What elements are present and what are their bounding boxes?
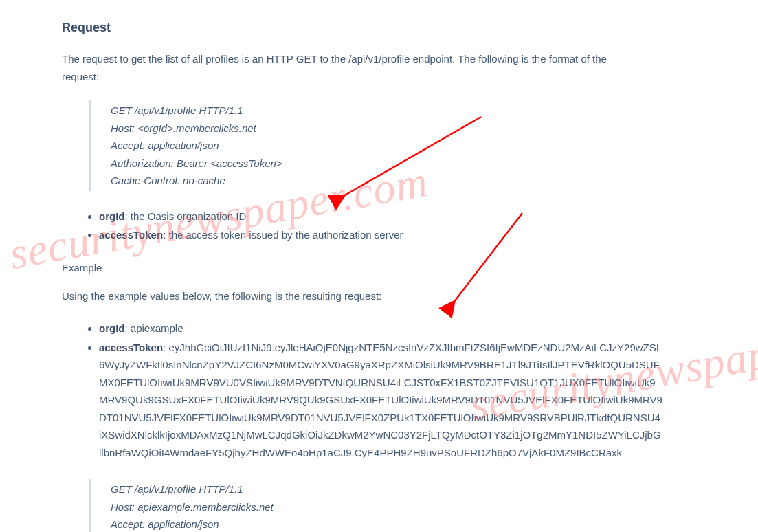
param-value: : apiexample: [125, 322, 183, 334]
list-item: orgId: the Oasis organization ID: [99, 208, 662, 225]
intro-paragraph: The request to get the list of all profi…: [62, 50, 639, 85]
list-item: accessToken: the access token issued by …: [99, 226, 662, 244]
parameter-list: orgId: the Oasis organization ID accessT…: [99, 208, 662, 244]
code-line: Cache-Control: no-cache: [111, 172, 625, 190]
request-format-block: GET /api/v1/profile HTTP/1.1 Host: <orgI…: [89, 100, 625, 191]
param-name: accessToken: [99, 229, 163, 241]
list-item: accessToken: eyJhbGciOiJIUzI1NiJ9.eyJleH…: [99, 339, 662, 462]
example-heading: Example: [62, 262, 696, 274]
code-line: Accept: application/json: [111, 516, 625, 532]
param-desc: : the Oasis organization ID: [125, 210, 247, 222]
parameter-list: orgId: apiexample accessToken: eyJhbGciO…: [99, 320, 662, 461]
list-item: orgId: apiexample: [99, 320, 662, 337]
code-line: GET /api/v1/profile HTTP/1.1: [111, 102, 625, 120]
example-intro: Using the example values below, the foll…: [62, 287, 639, 305]
example-request-block: GET /api/v1/profile HTTP/1.1 Host: apiex…: [89, 479, 625, 532]
section-heading: Request: [62, 21, 696, 35]
param-desc: : the access token issued by the authori…: [163, 229, 403, 241]
param-name: accessToken: [99, 342, 163, 353]
code-line: GET /api/v1/profile HTTP/1.1: [111, 480, 625, 498]
code-line: Accept: application/json: [111, 137, 625, 155]
code-line: Host: apiexample.memberclicks.net: [111, 498, 625, 516]
param-value: : eyJhbGciOiJIUzI1NiJ9.eyJleHAiOjE0NjgzN…: [99, 342, 662, 458]
param-name: orgId: [99, 322, 125, 334]
code-line: Host: <orgId>.memberclicks.net: [111, 120, 625, 137]
code-line: Authorization: Bearer <accessToken>: [111, 155, 625, 173]
param-name: orgId: [99, 210, 125, 222]
